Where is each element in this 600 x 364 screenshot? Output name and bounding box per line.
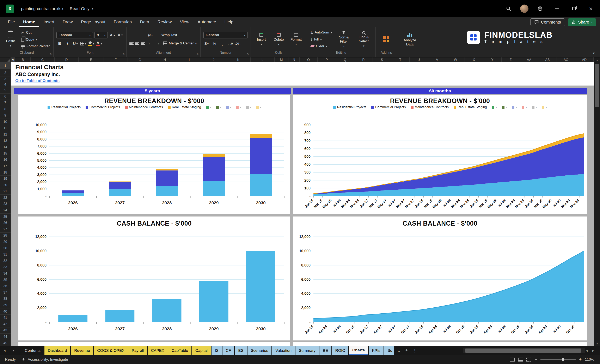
accessibility-status[interactable]: Accessibility: Investigate	[21, 357, 68, 362]
insert-cells-button[interactable]: Insert▾	[254, 32, 269, 47]
analyze-data-button[interactable]: Analyze Data	[400, 31, 420, 47]
row-header-3[interactable]: 3	[0, 76, 11, 82]
scroll-up-icon[interactable]: ▴	[594, 57, 600, 63]
increase-decimal-button[interactable]: ←.0	[227, 40, 233, 47]
menu-tab-data[interactable]: Data	[136, 17, 153, 27]
menu-tab-review[interactable]: Review	[153, 17, 176, 27]
document-title[interactable]: painting-contractor.xlsx - Read-Only ▾	[21, 6, 93, 11]
column-header-Q[interactable]: Q	[336, 57, 354, 62]
fill-button[interactable]: ↓Fill▾	[310, 37, 333, 42]
close-button[interactable]: ×	[586, 3, 596, 14]
row-header-14[interactable]: 14	[0, 144, 11, 150]
borders-button[interactable]: ▾	[80, 40, 86, 47]
align-bottom-icon[interactable]	[141, 34, 145, 36]
row-header-5[interactable]: 5	[0, 87, 11, 94]
search-button[interactable]	[503, 3, 514, 14]
collapse-ribbon-button[interactable]: ▾	[593, 51, 595, 55]
column-header-F[interactable]: F	[104, 57, 128, 62]
row-header-13[interactable]: 13	[0, 138, 11, 144]
decrease-decimal-button[interactable]: .00→	[235, 40, 242, 47]
row-header-22[interactable]: 22	[0, 195, 11, 201]
column-header-T[interactable]: T	[391, 57, 410, 62]
zoom-level[interactable]: 110%	[585, 357, 594, 362]
row-header-20[interactable]: 20	[0, 182, 11, 188]
row-header-10[interactable]: 10	[0, 119, 11, 125]
column-header-I[interactable]: I	[178, 57, 201, 62]
column-header-Z[interactable]: Z	[502, 57, 520, 62]
row-header-28[interactable]: 28	[0, 233, 11, 239]
column-header-E[interactable]: E	[79, 57, 104, 62]
comments-button[interactable]: Comments	[530, 18, 565, 26]
comma-format-button[interactable]: ,	[219, 40, 225, 47]
increase-font-button[interactable]: A▲	[109, 32, 116, 38]
sheet-tab-bs[interactable]: BS	[235, 346, 247, 355]
align-top-icon[interactable]	[130, 34, 133, 36]
menu-tab-home[interactable]: Home	[19, 17, 39, 27]
sheet-tab-dashboard[interactable]: Dashboard	[45, 346, 70, 355]
row-header-35[interactable]: 35	[0, 277, 11, 283]
sheet-tab-cogs-opex[interactable]: COGS & OPEX	[94, 346, 128, 355]
sheet-tab-kpis[interactable]: KPIs	[369, 346, 384, 355]
sheet-tab-valuation[interactable]: Valuation	[272, 346, 295, 355]
row-header-39[interactable]: 39	[0, 302, 11, 309]
sheet-tab-is[interactable]: IS	[212, 346, 222, 355]
column-header-U[interactable]: U	[410, 57, 428, 62]
zoom-slider-thumb[interactable]	[562, 358, 564, 361]
row-header-18[interactable]: 18	[0, 169, 11, 176]
row-header-31[interactable]: 31	[0, 251, 11, 258]
menu-tab-file[interactable]: File	[4, 17, 19, 27]
row-header-9[interactable]: 9	[0, 112, 11, 119]
page-layout-view-button[interactable]	[518, 358, 523, 362]
row-header-27[interactable]: 27	[0, 226, 11, 233]
horizontal-scrollbar-thumb[interactable]	[465, 348, 581, 353]
row-header-4[interactable]: 4	[0, 82, 11, 87]
column-header-R[interactable]: R	[354, 57, 373, 62]
menu-tab-draw[interactable]: Draw	[58, 17, 77, 27]
autosum-button[interactable]: ΣAutoSum▾	[310, 30, 333, 35]
column-header-C[interactable]: C	[31, 57, 55, 62]
menu-tab-insert[interactable]: Insert	[39, 17, 58, 27]
row-header-34[interactable]: 34	[0, 270, 11, 277]
row-header-2[interactable]: 2	[0, 69, 11, 76]
menu-tab-help[interactable]: Help	[220, 17, 237, 27]
column-header-W[interactable]: W	[446, 57, 465, 62]
row-header-11[interactable]: 11	[0, 125, 11, 132]
number-format-select[interactable]: General▾	[203, 32, 248, 38]
chart-panel-revenue-60m[interactable]: REVENUE BREAKDOWN - $'000 Residential Pr…	[293, 95, 587, 214]
orientation-button[interactable]: ab▾	[147, 32, 153, 38]
zoom-in-button[interactable]: +	[579, 357, 581, 362]
row-header-38[interactable]: 38	[0, 296, 11, 302]
column-header-S[interactable]: S	[373, 57, 391, 62]
more-sheets-button[interactable]: …	[394, 346, 403, 355]
menu-tab-page-layout[interactable]: Page Layout	[77, 17, 110, 27]
copy-button[interactable]: Copy▾	[20, 37, 50, 42]
sheet-tab-summary[interactable]: Summary	[295, 346, 319, 355]
row-header-32[interactable]: 32	[0, 258, 11, 264]
menu-tab-automate[interactable]: Automate	[194, 17, 220, 27]
sheet-tab-payroll[interactable]: Payroll	[128, 346, 147, 355]
row-header-19[interactable]: 19	[0, 176, 11, 182]
format-painter-button[interactable]: Format Painter	[20, 44, 50, 49]
row-header-24[interactable]: 24	[0, 207, 11, 214]
column-header-AA[interactable]: AA	[520, 57, 538, 62]
column-header-X[interactable]: X	[465, 57, 483, 62]
row-header-42[interactable]: 42	[0, 321, 11, 328]
row-header-17[interactable]: 17	[0, 163, 11, 169]
column-header-N[interactable]: N	[288, 57, 300, 62]
column-header-L[interactable]: L	[251, 57, 275, 62]
italic-button[interactable]: I	[64, 40, 71, 47]
horizontal-scrollbar[interactable]	[463, 348, 585, 353]
row-header-44[interactable]: 44	[0, 334, 11, 340]
bold-button[interactable]: B	[56, 40, 63, 47]
row-header-33[interactable]: 33	[0, 264, 11, 271]
all-sheets-button[interactable]: ⋮	[410, 346, 419, 355]
chart-panel-cash-5y[interactable]: CASH BALANCE - $'000 -2,0004,0006,0008,0…	[19, 217, 290, 340]
underline-button[interactable]: U▾	[72, 40, 78, 47]
cut-button[interactable]: ✂Cut	[20, 30, 50, 36]
column-header-G[interactable]: G	[128, 57, 152, 62]
vertical-scrollbar[interactable]: ▴ ▾	[594, 57, 600, 346]
worksheet[interactable]: Financial Charts ABC Company Inc. Go to …	[11, 62, 594, 346]
minimize-button[interactable]	[552, 3, 562, 14]
zoom-out-button[interactable]: −	[535, 357, 537, 362]
hscroll-left-icon[interactable]: ◂	[586, 346, 588, 355]
